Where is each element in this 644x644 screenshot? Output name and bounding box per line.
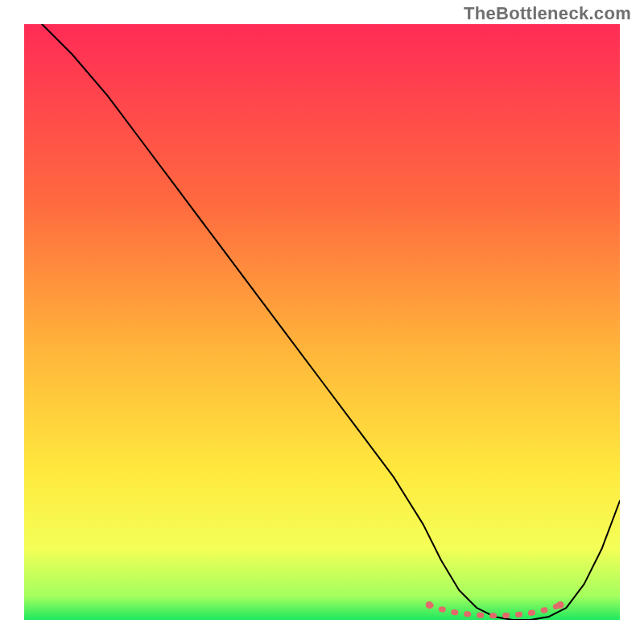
svg-point-0 [426,601,433,609]
watermark-text: TheBottleneck.com [464,3,631,24]
plot-area [24,24,620,620]
chart-svg [24,24,620,620]
svg-point-1 [557,601,564,609]
gradient-background [24,24,620,620]
chart-container: TheBottleneck.com [0,0,644,644]
